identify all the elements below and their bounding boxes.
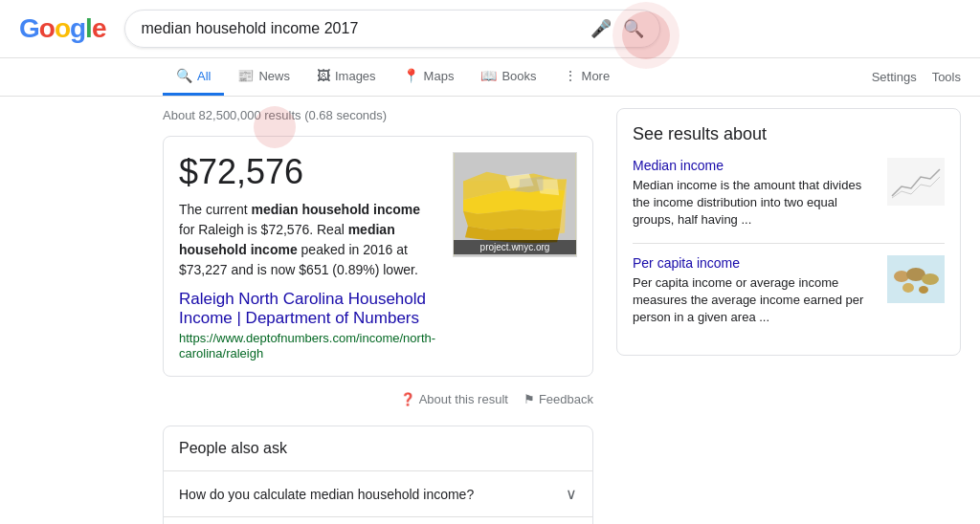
sidebar-result-text-0: Median income Median income is the amoun… (633, 158, 876, 229)
tab-all-label: All (197, 69, 211, 83)
nav-tabs: 🔍 All 📰 News 🖼 Images 📍 Maps 📖 Books ⋮ M… (0, 58, 980, 97)
results-count: About 82,500,000 results (0.68 seconds) (163, 108, 593, 122)
tab-books-label: Books (501, 69, 536, 83)
sidebar-thumb-0 (887, 158, 945, 206)
paa-item[interactable]: How do you calculate median household in… (164, 470, 592, 516)
svg-point-14 (902, 283, 914, 293)
header: Google 🎤 🔍 (0, 0, 980, 58)
tab-images[interactable]: 🖼 Images (303, 58, 390, 96)
paa-item[interactable]: What is the current median household inc… (164, 516, 592, 524)
paa-question-0: How do you calculate median household in… (179, 487, 474, 502)
sidebar-result-item: Per capita income Per capita income or a… (633, 255, 945, 327)
feedback-row: ❓ About this result ⚑ Feedback (163, 388, 593, 410)
news-tab-icon: 📰 (237, 68, 254, 83)
tab-news[interactable]: 📰 News (224, 58, 303, 96)
tab-books[interactable]: 📖 Books (467, 58, 549, 96)
chevron-down-icon: ∨ (566, 485, 577, 503)
search-bar: 🎤 🔍 (124, 10, 660, 48)
google-logo: Google (19, 13, 105, 44)
feedback-icon: ⚑ (523, 392, 535, 406)
tab-more-label: More (582, 69, 611, 83)
paa-title: People also ask (164, 426, 592, 470)
tab-news-label: News (258, 69, 290, 83)
sidebar-result-desc-1: Per capita income or average income meas… (633, 275, 863, 324)
feedback-link[interactable]: ⚑ Feedback (523, 392, 593, 406)
search-submit-icon[interactable]: 🔍 (623, 18, 644, 39)
images-tab-icon: 🖼 (317, 68, 330, 83)
results-column: About 82,500,000 results (0.68 seconds) … (163, 108, 593, 524)
all-tab-icon: 🔍 (176, 68, 192, 83)
people-also-ask: People also ask How do you calculate med… (163, 426, 593, 524)
main-content: About 82,500,000 results (0.68 seconds) … (0, 97, 980, 524)
snippet-result-link[interactable]: Raleigh North Carolina Household Income … (179, 290, 437, 328)
tab-more[interactable]: ⋮ More (550, 58, 624, 96)
nav-right-actions: Settings Tools (872, 60, 961, 94)
feedback-text: Feedback (539, 392, 593, 406)
map-label: project.wnyc.org (454, 240, 576, 254)
sidebar-thumb-1 (887, 255, 945, 303)
microphone-icon[interactable]: 🎤 (590, 18, 612, 39)
sidebar-title: See results about (633, 124, 945, 144)
about-result-link[interactable]: ❓ About this result (400, 392, 508, 406)
snippet-text: The current median household income for … (179, 200, 437, 280)
books-tab-icon: 📖 (480, 68, 497, 83)
sidebar-result-link-1[interactable]: Per capita income (633, 255, 876, 271)
svg-point-13 (922, 273, 939, 285)
tab-images-label: Images (335, 69, 376, 83)
question-icon: ❓ (400, 392, 415, 406)
more-tab-icon: ⋮ (564, 68, 577, 83)
svg-point-15 (919, 286, 928, 294)
search-bar-container: 🎤 🔍 (124, 10, 660, 48)
sidebar-divider (633, 243, 945, 244)
search-input[interactable] (141, 20, 581, 37)
tab-maps[interactable]: 📍 Maps (390, 58, 468, 96)
settings-link[interactable]: Settings (872, 60, 917, 94)
sidebar-result-link-0[interactable]: Median income (633, 158, 876, 173)
tools-link[interactable]: Tools (932, 60, 961, 94)
sidebar-card: See results about Median income Median i… (616, 108, 961, 356)
sidebar-result-text-1: Per capita income Per capita income or a… (633, 255, 876, 327)
sidebar-column: See results about Median income Median i… (616, 108, 961, 524)
sidebar-result-desc-0: Median income is the amount that divides… (633, 178, 861, 227)
tab-maps-label: Maps (424, 69, 455, 83)
snippet-url: https://www.deptofnumbers.com/income/nor… (179, 331, 435, 360)
snippet-content: $72,576 The current median household inc… (179, 152, 437, 360)
tab-all[interactable]: 🔍 All (163, 58, 224, 96)
maps-tab-icon: 📍 (403, 68, 419, 83)
about-result-text: About this result (419, 392, 508, 406)
snippet-price: $72,576 (179, 152, 437, 192)
featured-snippet: $72,576 The current median household inc… (163, 136, 593, 377)
search-icons: 🎤 🔍 (590, 18, 644, 39)
sidebar-result-item: Median income Median income is the amoun… (633, 158, 945, 229)
snippet-map-image: project.wnyc.org (453, 152, 577, 257)
